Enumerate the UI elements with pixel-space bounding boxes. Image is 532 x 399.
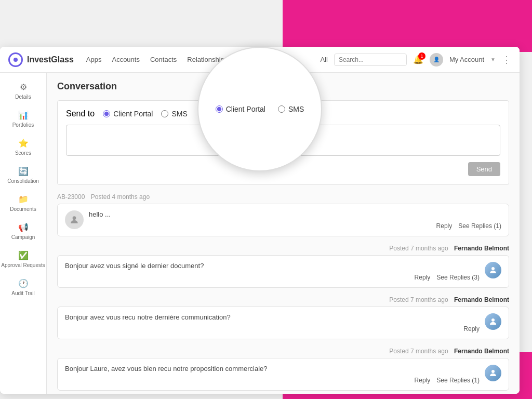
sidebar-item-portfolios-label: Portfolios bbox=[12, 122, 34, 128]
send-button[interactable]: Send bbox=[468, 162, 500, 176]
message-actions: Reply bbox=[65, 325, 480, 332]
logo-text: InvestGlass bbox=[27, 55, 74, 64]
pink-top-decoration bbox=[283, 0, 532, 52]
message-author: Fernando Belmont bbox=[454, 296, 509, 303]
portfolios-icon: 📊 bbox=[18, 110, 29, 120]
approval-icon: ✅ bbox=[18, 250, 29, 260]
consolidation-icon: 🔄 bbox=[18, 166, 29, 176]
message-avatar bbox=[485, 365, 501, 381]
send-to-label: Send to bbox=[66, 109, 95, 118]
see-replies-link[interactable]: See Replies (1) bbox=[458, 222, 501, 230]
account-chevron: ▼ bbox=[490, 57, 496, 62]
audit-icon: 🕐 bbox=[18, 278, 29, 288]
logo-area: InvestGlass bbox=[8, 52, 74, 67]
zoom-overlay: Client Portal SMS bbox=[197, 47, 322, 171]
avatar: 👤 bbox=[430, 53, 443, 66]
radio-sms-input[interactable] bbox=[278, 105, 285, 113]
nav-accounts[interactable]: Accounts bbox=[112, 54, 139, 65]
sidebar-item-audit[interactable]: 🕐 Audit Trail bbox=[0, 273, 46, 301]
radio-client-portal-form[interactable]: Client Portal bbox=[103, 110, 153, 118]
see-replies-link[interactable]: See Replies (1) bbox=[436, 377, 480, 384]
message-text: Bonjour avez vous signé le dernier docum… bbox=[65, 262, 480, 270]
radio-client-portal-form-label: Client Portal bbox=[113, 110, 153, 118]
scores-icon: ⭐ bbox=[18, 138, 29, 148]
svg-point-1 bbox=[491, 267, 495, 270]
radio-client-portal-label: Client Portal bbox=[226, 105, 265, 113]
message-text: hello ... bbox=[89, 210, 501, 218]
sidebar-item-audit-label: Audit Trail bbox=[11, 290, 34, 296]
message-item: Posted 7 months ago Fernando Belmont Bon… bbox=[57, 296, 509, 339]
details-icon: ⚙ bbox=[20, 82, 27, 92]
sidebar-item-portfolios[interactable]: 📊 Portfolios bbox=[0, 105, 46, 133]
radio-client-portal-input[interactable] bbox=[216, 105, 223, 113]
message-meta: Posted 7 months ago Fernando Belmont bbox=[57, 348, 509, 355]
sidebar-item-details[interactable]: ⚙ Details bbox=[0, 77, 46, 105]
message-actions: Reply See Replies (1) bbox=[65, 377, 480, 384]
radio-client-portal[interactable]: Client Portal bbox=[216, 105, 265, 113]
sidebar-item-approval[interactable]: ✅ Approval Requests bbox=[0, 245, 46, 273]
nav-all-dropdown[interactable]: All bbox=[320, 54, 327, 65]
message-meta: AB-23000 Posted 4 months ago bbox=[57, 193, 509, 201]
message-card: Bonjour avez vous recu notre dernière co… bbox=[57, 307, 509, 339]
message-author: AB-23000 bbox=[57, 193, 85, 201]
sidebar-item-campaign[interactable]: 📢 Campaign bbox=[0, 217, 46, 245]
notification-badge: 1 bbox=[418, 52, 425, 60]
sidebar-item-campaign-label: Campaign bbox=[11, 234, 35, 240]
message-card: Bonjour avez vous signé le dernier docum… bbox=[57, 255, 509, 288]
nav-apps[interactable]: Apps bbox=[86, 54, 102, 65]
logo-circle bbox=[8, 52, 23, 67]
more-dots-icon[interactable]: ⋮ bbox=[502, 54, 511, 65]
radio-client-portal-form-input[interactable] bbox=[103, 110, 110, 117]
radio-sms-label: SMS bbox=[288, 105, 304, 113]
bell-icon[interactable]: 🔔 1 bbox=[413, 55, 423, 64]
message-body: hello ... Reply See Replies (1) bbox=[89, 210, 501, 230]
radio-sms[interactable]: SMS bbox=[278, 105, 304, 113]
radio-sms-form-input[interactable] bbox=[161, 110, 168, 117]
svg-point-0 bbox=[73, 216, 76, 220]
nav-right: All 🔔 1 👤 My Account ▼ ⋮ bbox=[320, 53, 511, 66]
message-body: Bonjour avez vous signé le dernier docum… bbox=[65, 262, 480, 281]
message-author: Fernando Belmont bbox=[454, 348, 509, 355]
message-avatar bbox=[65, 210, 84, 229]
message-item: Posted 7 months ago Fernando Belmont Bon… bbox=[57, 245, 509, 288]
message-item: Posted 7 months ago Fernando Belmont Bon… bbox=[57, 348, 509, 391]
nav-contacts[interactable]: Contacts bbox=[150, 54, 177, 65]
message-avatar bbox=[485, 313, 501, 330]
svg-point-3 bbox=[491, 370, 495, 373]
campaign-icon: 📢 bbox=[18, 222, 29, 232]
message-avatar bbox=[485, 262, 501, 278]
message-time: Posted 7 months ago bbox=[389, 245, 448, 252]
message-item: AB-23000 Posted 4 months ago hello ... R… bbox=[57, 193, 509, 236]
radio-sms-form-label: SMS bbox=[171, 110, 187, 118]
message-meta: Posted 7 months ago Fernando Belmont bbox=[57, 245, 509, 252]
search-input[interactable] bbox=[334, 54, 407, 66]
sidebar-item-consolidation-label: Consolidation bbox=[7, 178, 39, 184]
account-label[interactable]: My Account bbox=[449, 54, 484, 65]
reply-link[interactable]: Reply bbox=[415, 274, 431, 281]
sidebar-item-scores-label: Scores bbox=[15, 150, 31, 156]
message-time: Posted 4 months ago bbox=[91, 193, 150, 201]
sidebar-item-documents-label: Documents bbox=[10, 206, 36, 212]
message-author: Fernando Belmont bbox=[454, 245, 509, 252]
see-replies-link[interactable]: See Replies (3) bbox=[436, 274, 480, 281]
reply-link[interactable]: Reply bbox=[436, 222, 453, 230]
message-actions: Reply See Replies (3) bbox=[65, 274, 480, 281]
sidebar-item-scores[interactable]: ⭐ Scores bbox=[0, 133, 46, 161]
documents-icon: 📁 bbox=[18, 194, 29, 204]
svg-point-2 bbox=[491, 318, 495, 322]
reply-link[interactable]: Reply bbox=[463, 325, 480, 332]
reply-link[interactable]: Reply bbox=[415, 377, 431, 384]
sidebar-item-documents[interactable]: 📁 Documents bbox=[0, 189, 46, 217]
sidebar: ⚙ Details 📊 Portfolios ⭐ Scores 🔄 Consol… bbox=[0, 73, 47, 394]
radio-sms-form[interactable]: SMS bbox=[161, 110, 187, 118]
message-actions: Reply See Replies (1) bbox=[89, 222, 501, 230]
message-card: hello ... Reply See Replies (1) bbox=[57, 204, 509, 236]
logo-dot bbox=[14, 58, 18, 62]
message-body: Bonjour avez vous recu notre dernière co… bbox=[65, 313, 480, 332]
sidebar-item-consolidation[interactable]: 🔄 Consolidation bbox=[0, 161, 46, 189]
message-time: Posted 7 months ago bbox=[389, 348, 448, 355]
message-time: Posted 7 months ago bbox=[389, 296, 448, 303]
sidebar-item-approval-label: Approval Requests bbox=[1, 262, 45, 268]
sidebar-item-details-label: Details bbox=[15, 94, 31, 100]
message-card: Bonjour Laure, avez vous bien recu notre… bbox=[57, 358, 509, 391]
